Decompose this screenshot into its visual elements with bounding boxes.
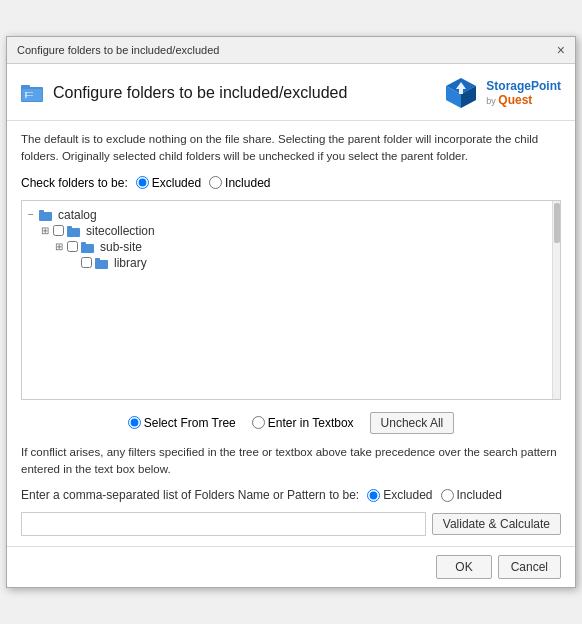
tree-node-catalog: − catalog bbox=[26, 207, 548, 223]
node-label-library: library bbox=[114, 256, 147, 270]
title-bar-text: Configure folders to be included/exclude… bbox=[17, 44, 219, 56]
brand-logo: StoragePoint by Quest bbox=[442, 74, 561, 112]
select-from-tree-label: Select From Tree bbox=[144, 416, 236, 430]
checkbox-library[interactable] bbox=[81, 257, 92, 268]
enter-in-textbox-label: Enter in Textbox bbox=[268, 416, 354, 430]
textbox-input-row: Validate & Calculate bbox=[21, 512, 561, 536]
bottom-controls-row: Select From Tree Enter in Textbox Unchec… bbox=[21, 406, 561, 438]
svg-rect-11 bbox=[459, 89, 463, 94]
svg-rect-15 bbox=[67, 226, 72, 229]
svg-rect-12 bbox=[39, 212, 52, 221]
node-label-subsite: sub-site bbox=[100, 240, 142, 254]
conflict-text: If conflict arises, any filters specifie… bbox=[21, 444, 561, 479]
excluded-radio[interactable] bbox=[136, 176, 149, 189]
dialog-body: The default is to exclude nothing on the… bbox=[7, 121, 575, 546]
dialog-container: Configure folders to be included/exclude… bbox=[6, 36, 576, 588]
tree-node-library: library bbox=[26, 255, 548, 271]
check-folders-label: Check folders to be: bbox=[21, 176, 128, 190]
textbox-excluded-radio[interactable] bbox=[367, 489, 380, 502]
excluded-label: Excluded bbox=[152, 176, 201, 190]
included-radio[interactable] bbox=[209, 176, 222, 189]
svg-rect-18 bbox=[95, 260, 108, 269]
tree-inner: − catalog ⊞ sitecollection bbox=[22, 201, 552, 399]
check-folders-row: Check folders to be: Excluded Included bbox=[21, 176, 561, 190]
textbox-included-radio[interactable] bbox=[441, 489, 454, 502]
tree-node-sitecollection: ⊞ sitecollection bbox=[26, 223, 548, 239]
dialog-title: Configure folders to be included/exclude… bbox=[53, 84, 347, 102]
tree-scrollbar[interactable] bbox=[552, 201, 560, 399]
excluded-radio-label[interactable]: Excluded bbox=[136, 176, 201, 190]
storage-point-text: StoragePoint bbox=[486, 79, 561, 93]
svg-rect-1 bbox=[21, 85, 30, 89]
textbox-row-label: Enter a comma-separated list of Folders … bbox=[21, 488, 561, 502]
dialog-header: Configure folders to be included/exclude… bbox=[7, 64, 575, 121]
folder-icon-catalog bbox=[39, 209, 53, 221]
expander-sitecollection[interactable]: ⊞ bbox=[40, 225, 50, 236]
select-from-tree-radio[interactable] bbox=[128, 416, 141, 429]
svg-rect-17 bbox=[81, 242, 86, 245]
checkbox-sitecollection[interactable] bbox=[53, 225, 64, 236]
header-folder-icon bbox=[21, 82, 45, 104]
folder-icon-library bbox=[95, 257, 109, 269]
svg-rect-13 bbox=[39, 210, 44, 213]
title-bar: Configure folders to be included/exclude… bbox=[7, 37, 575, 64]
folder-icon-sitecollection bbox=[67, 225, 81, 237]
expander-subsite[interactable]: ⊞ bbox=[54, 241, 64, 252]
tree-area: − catalog ⊞ sitecollection bbox=[21, 200, 561, 400]
included-label: Included bbox=[225, 176, 270, 190]
textbox-excluded-radio-label[interactable]: Excluded bbox=[367, 488, 432, 502]
header-left: Configure folders to be included/exclude… bbox=[21, 82, 347, 104]
svg-rect-19 bbox=[95, 258, 100, 261]
storagepoint-icon bbox=[442, 74, 480, 112]
expander-catalog[interactable]: − bbox=[26, 209, 36, 220]
checkbox-subsite[interactable] bbox=[67, 241, 78, 252]
textbox-included-radio-label[interactable]: Included bbox=[441, 488, 502, 502]
by-text: by Quest bbox=[486, 93, 561, 107]
folder-icon-subsite bbox=[81, 241, 95, 253]
brand-text-block: StoragePoint by Quest bbox=[486, 79, 561, 107]
tree-node-subsite: ⊞ sub-site bbox=[26, 239, 548, 255]
svg-rect-16 bbox=[81, 244, 94, 253]
close-button[interactable]: × bbox=[557, 43, 565, 57]
quest-text: Quest bbox=[498, 93, 532, 107]
cancel-button[interactable]: Cancel bbox=[498, 555, 561, 579]
info-text: The default is to exclude nothing on the… bbox=[21, 131, 561, 166]
select-from-tree-radio-label[interactable]: Select From Tree bbox=[128, 416, 236, 430]
ok-button[interactable]: OK bbox=[436, 555, 491, 579]
enter-in-textbox-radio[interactable] bbox=[252, 416, 265, 429]
svg-rect-5 bbox=[25, 95, 33, 96]
included-radio-label[interactable]: Included bbox=[209, 176, 270, 190]
node-label-sitecollection: sitecollection bbox=[86, 224, 155, 238]
folders-pattern-input[interactable] bbox=[21, 512, 426, 536]
svg-rect-4 bbox=[25, 92, 33, 93]
scrollbar-thumb bbox=[554, 203, 560, 243]
uncheck-all-button[interactable]: Uncheck All bbox=[370, 412, 455, 434]
textbox-included-label: Included bbox=[457, 488, 502, 502]
validate-calculate-button[interactable]: Validate & Calculate bbox=[432, 513, 561, 535]
node-label-catalog: catalog bbox=[58, 208, 97, 222]
dialog-footer: OK Cancel bbox=[7, 546, 575, 587]
enter-in-textbox-radio-label[interactable]: Enter in Textbox bbox=[252, 416, 354, 430]
svg-rect-14 bbox=[67, 228, 80, 237]
textbox-label-text: Enter a comma-separated list of Folders … bbox=[21, 488, 359, 502]
textbox-excluded-label: Excluded bbox=[383, 488, 432, 502]
